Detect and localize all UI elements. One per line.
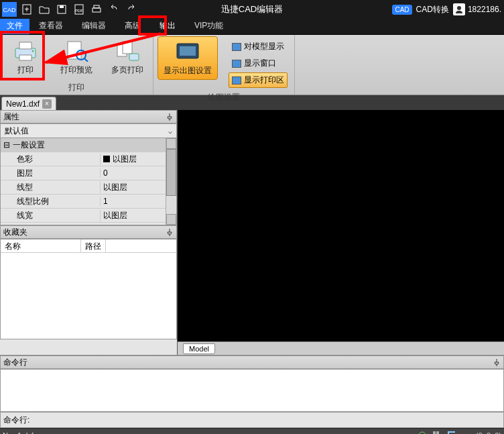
show-plot-settings-label: 显示出图设置 [164, 65, 212, 76]
tab-vip[interactable]: VIP功能 [185, 19, 233, 34]
svg-rect-9 [94, 5, 99, 8]
close-tab-icon[interactable]: × [42, 99, 52, 109]
show-plot-settings-button[interactable]: 显示出图设置 [158, 36, 218, 80]
command-prompt: 命令行: [3, 415, 29, 426]
favorites-panel: 收藏夹 名称 路径 [0, 225, 177, 339]
tab-output[interactable]: 输出 [150, 19, 185, 34]
open-icon[interactable] [36, 1, 52, 17]
svg-rect-20 [123, 42, 132, 54]
prop-row[interactable]: 图层0 [1, 166, 176, 180]
status-bar: New1.dxf (0; 0; 0) [0, 428, 504, 434]
command-title: 命令行 [3, 357, 27, 368]
scroll-thumb[interactable] [166, 149, 176, 196]
col-name[interactable]: 名称 [1, 239, 81, 252]
print-button[interactable]: 打印 [4, 36, 47, 76]
left-panel: 属性 默认值 ⌵ ⊟一般设置 色彩以图层 图层0 线型以图层 线型比例1 线宽以… [0, 110, 178, 355]
pin-icon[interactable] [166, 113, 174, 121]
prop-row[interactable]: 线型以图层 [1, 180, 176, 195]
svg-line-18 [84, 58, 88, 62]
square-icon [232, 76, 241, 85]
group-print: 打印 打印预览 多页打印 打印 [0, 35, 153, 95]
tab-advanced[interactable]: 高级 [115, 19, 150, 34]
prop-row[interactable]: 色彩以图层 [1, 152, 176, 166]
preview-label: 打印预览 [60, 64, 92, 76]
ribbon-tabs: 文件 查看器 编辑器 高级 输出 VIP功能 [0, 19, 504, 35]
cad-badge: CAD [392, 5, 412, 15]
favorites-table-header: 名称 路径 [1, 239, 176, 253]
layout-tabs: Model [178, 341, 504, 355]
print-preview-button[interactable]: 打印预览 [55, 36, 98, 76]
save-icon[interactable] [54, 1, 70, 17]
multi-print-button[interactable]: 多页打印 [106, 36, 149, 76]
default-dropdown[interactable]: 默认值 ⌵ [0, 123, 177, 138]
group-print-label: 打印 [4, 80, 149, 95]
status-icon-2[interactable] [432, 431, 442, 435]
multipage-icon [113, 39, 142, 63]
app-icon[interactable]: CAD [1, 1, 17, 17]
status-icon-4[interactable] [461, 431, 472, 435]
command-input[interactable] [32, 415, 501, 425]
scrollbar[interactable] [166, 138, 176, 225]
redo-icon[interactable] [123, 1, 139, 17]
model-tab[interactable]: Model [183, 343, 215, 354]
preview-icon [62, 39, 91, 63]
pin-icon[interactable] [166, 228, 174, 236]
cad-convert-link[interactable]: CAD转换 [416, 4, 449, 15]
col-path[interactable]: 路径 [81, 239, 106, 252]
status-file: New1.dxf [3, 431, 34, 435]
display-options: 对模型显示 显示窗口 显示打印区 [226, 36, 290, 91]
command-log[interactable] [0, 369, 504, 412]
properties-header: 属性 [0, 110, 177, 123]
status-icon-1[interactable] [417, 431, 428, 435]
multipage-label: 多页打印 [111, 64, 143, 76]
section-general[interactable]: ⊟一般设置 [1, 138, 176, 152]
scroll-up-icon[interactable] [166, 138, 176, 149]
window-display-label: 显示窗口 [244, 58, 276, 69]
user-icon [453, 3, 465, 15]
ribbon: 打印 打印预览 多页打印 打印 显示出图设置 对模型显示 显示窗口 显示打印区 [0, 35, 504, 95]
user-account[interactable]: 1822186. [453, 3, 501, 15]
user-name: 1822186. [468, 5, 501, 14]
tab-editor[interactable]: 编辑器 [72, 19, 115, 34]
group-display-label: 绘图设置 [158, 91, 290, 105]
print-label: 打印 [17, 64, 34, 76]
svg-point-24 [419, 432, 426, 435]
model-display-button[interactable]: 对模型显示 [229, 39, 288, 54]
svg-rect-8 [92, 8, 101, 12]
favorites-title: 收藏夹 [3, 227, 27, 238]
quick-access-toolbar: CAD + PDF [0, 1, 139, 17]
document-tab[interactable]: New1.dxf × [1, 97, 56, 110]
print-area-button[interactable]: 显示打印区 [229, 72, 288, 88]
favorites-table: 名称 路径 [0, 239, 177, 339]
print-quick-icon[interactable] [88, 1, 105, 17]
status-right: (0; 0; 0) [417, 431, 501, 435]
pdf-icon[interactable]: PDF [71, 1, 87, 17]
svg-rect-5 [60, 5, 64, 8]
chevron-down-icon: ⌵ [168, 127, 172, 135]
canvas-area: Model [178, 110, 504, 355]
status-icon-3[interactable] [446, 431, 457, 435]
scroll-down-icon[interactable] [166, 214, 176, 225]
model-display-label: 对模型显示 [244, 41, 284, 52]
display-icon [173, 40, 202, 64]
undo-icon[interactable] [106, 1, 122, 17]
prop-row[interactable]: 线型比例1 [1, 195, 176, 209]
svg-point-10 [457, 6, 461, 10]
svg-text:PDF: PDF [75, 9, 83, 13]
tab-viewer[interactable]: 查看器 [29, 19, 72, 34]
app-title: 迅捷CAD编辑器 [221, 3, 283, 15]
prop-row[interactable]: 线宽以图层 [1, 209, 176, 223]
property-grid: ⊟一般设置 色彩以图层 图层0 线型以图层 线型比例1 线宽以图层 [0, 138, 177, 225]
tab-file[interactable]: 文件 [0, 19, 29, 34]
status-coords: (0; 0; 0) [476, 431, 501, 435]
group-display: 显示出图设置 对模型显示 显示窗口 显示打印区 绘图设置 [153, 35, 295, 95]
favorites-header: 收藏夹 [0, 225, 177, 239]
pin-icon[interactable] [493, 358, 501, 366]
window-display-button[interactable]: 显示窗口 [229, 56, 288, 71]
new-icon[interactable]: + [19, 1, 35, 17]
drawing-canvas[interactable] [178, 110, 504, 341]
svg-text:+: + [24, 5, 29, 14]
color-swatch-icon [103, 156, 110, 162]
square-icon [232, 43, 241, 51]
svg-text:CAD: CAD [3, 7, 16, 13]
